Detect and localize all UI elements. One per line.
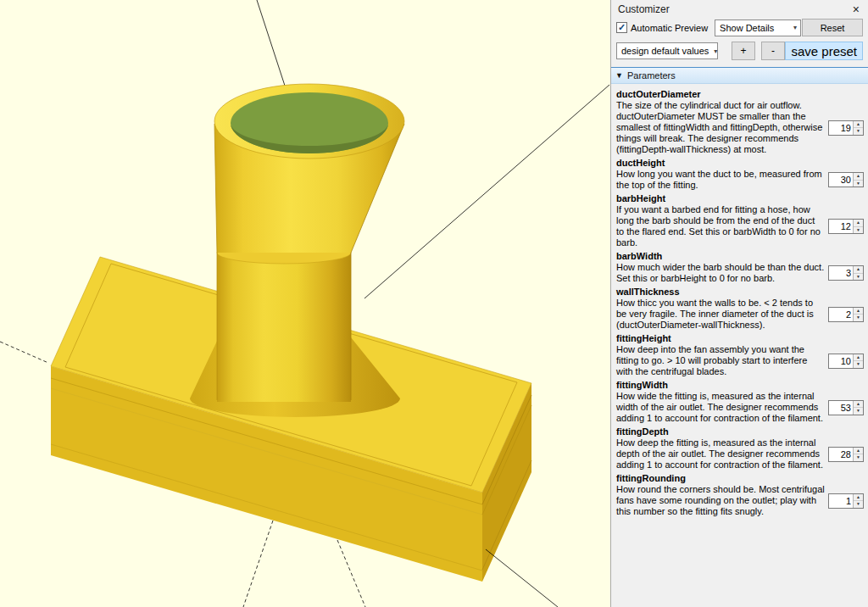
parameter-name: fittingWidth xyxy=(616,380,864,390)
close-icon[interactable]: × xyxy=(851,4,861,14)
parameter-name: ductOuterDiameter xyxy=(616,89,864,99)
spin-up-icon[interactable]: ▲ xyxy=(854,308,863,315)
parameter-spinbox[interactable]: ▲ ▼ xyxy=(828,219,864,234)
openscad-window: Customizer × ✓ Automatic Preview Show De… xyxy=(0,0,868,607)
parameter-value-input[interactable] xyxy=(829,401,853,415)
parameter-value-input[interactable] xyxy=(829,308,853,321)
spin-up-icon[interactable]: ▲ xyxy=(854,448,863,455)
spin-up-icon[interactable]: ▲ xyxy=(854,401,863,409)
toolbar-row-2: design default values ▾ + - save preset xyxy=(611,39,868,63)
parameter-spinbox[interactable]: ▲ ▼ xyxy=(828,265,864,281)
spin-up-icon[interactable]: ▲ xyxy=(854,220,863,227)
preset-dropdown[interactable]: design default values ▾ xyxy=(616,42,718,59)
spin-down-icon[interactable]: ▼ xyxy=(854,227,863,234)
collapse-triangle-icon: ▼ xyxy=(615,71,623,80)
parameter-row: wallThickness How thicc you want the wal… xyxy=(616,287,864,331)
parameter-row: fittingHeight How deep into the fan asse… xyxy=(616,333,864,377)
parameter-description: How deep into the fan assembly you want … xyxy=(616,344,825,377)
parameter-value-input[interactable] xyxy=(829,354,853,368)
parameter-row: barbWidth How much wider the barb should… xyxy=(616,251,864,284)
parameter-value-input[interactable] xyxy=(829,220,853,233)
parameter-list: ductOuterDiameter The size of the cylind… xyxy=(611,84,868,607)
parameter-name: ductHeight xyxy=(616,158,864,168)
automatic-preview-checkbox[interactable]: ✓ xyxy=(616,22,627,33)
chevron-down-icon: ▾ xyxy=(793,24,797,31)
parameter-spinbox[interactable]: ▲ ▼ xyxy=(828,400,864,415)
automatic-preview-label: Automatic Preview xyxy=(631,23,708,33)
add-preset-button[interactable]: + xyxy=(732,42,755,60)
remove-preset-button[interactable]: - xyxy=(761,42,785,60)
parameter-row: fittingWidth How wide the fitting is, me… xyxy=(616,380,864,424)
parameter-description: How long you want the duct to be, measur… xyxy=(616,169,825,191)
parameter-spinbox[interactable]: ▲ ▼ xyxy=(828,493,864,509)
parameter-name: barbHeight xyxy=(616,193,864,203)
parameter-value-input[interactable] xyxy=(829,173,853,187)
spin-down-icon[interactable]: ▼ xyxy=(854,408,863,415)
3d-model-canvas xyxy=(0,0,610,607)
chevron-down-icon: ▾ xyxy=(714,47,717,55)
parameter-description: If you want a barbed end for fitting a h… xyxy=(616,204,825,248)
parameter-value-input[interactable] xyxy=(829,266,853,280)
parameter-description: How thicc you want the walls to be. < 2 … xyxy=(616,298,825,331)
parameter-spinbox[interactable]: ▲ ▼ xyxy=(828,447,864,462)
reset-button[interactable]: Reset xyxy=(802,19,863,36)
parameter-description: How round the corners should be. Most ce… xyxy=(616,484,825,517)
customizer-panel: Customizer × ✓ Automatic Preview Show De… xyxy=(610,0,868,607)
toolbar-row-1: ✓ Automatic Preview Show Details ▾ Reset xyxy=(611,16,868,39)
parameter-row: barbHeight If you want a barbed end for … xyxy=(616,193,864,248)
parameters-section-header[interactable]: ▼ Parameters xyxy=(611,67,868,84)
spin-up-icon[interactable]: ▲ xyxy=(854,354,863,362)
parameter-row: fittingRounding How round the corners sh… xyxy=(616,473,864,517)
parameter-row: ductOuterDiameter The size of the cylind… xyxy=(616,89,864,155)
3d-viewport[interactable] xyxy=(0,0,610,607)
save-preset-button[interactable]: save preset xyxy=(785,42,863,60)
parameter-value-input[interactable] xyxy=(829,121,853,135)
spin-down-icon[interactable]: ▼ xyxy=(854,454,863,461)
duct-model xyxy=(190,84,404,417)
parameter-row: fittingDepth How deep the fitting is, me… xyxy=(616,426,864,471)
panel-title: Customizer xyxy=(618,3,670,15)
parameter-name: fittingHeight xyxy=(616,333,864,343)
parameter-spinbox[interactable]: ▲ ▼ xyxy=(828,120,864,136)
spin-down-icon[interactable]: ▼ xyxy=(854,181,863,187)
parameter-description: How deep the fitting is, measured as the… xyxy=(616,437,825,471)
parameter-name: fittingRounding xyxy=(616,473,864,483)
parameter-value-input[interactable] xyxy=(829,494,853,508)
parameter-description: How wide the fitting is, measured as the… xyxy=(616,391,825,424)
spin-down-icon[interactable]: ▼ xyxy=(854,128,863,135)
parameter-name: fittingDepth xyxy=(616,426,864,437)
spin-up-icon[interactable]: ▲ xyxy=(854,121,863,129)
spin-up-icon[interactable]: ▲ xyxy=(854,266,863,274)
parameter-spinbox[interactable]: ▲ ▼ xyxy=(828,172,864,187)
parameter-description: How much wider the barb should be than t… xyxy=(616,262,825,284)
parameter-spinbox[interactable]: ▲ ▼ xyxy=(828,307,864,322)
parameter-row: ductHeight How long you want the duct to… xyxy=(616,158,864,191)
customizer-titlebar: Customizer × xyxy=(611,0,868,16)
details-dropdown-value: Show Details xyxy=(720,23,774,33)
spin-up-icon[interactable]: ▲ xyxy=(854,494,863,502)
parameter-name: barbWidth xyxy=(616,251,864,261)
parameter-name: wallThickness xyxy=(616,287,864,297)
spin-down-icon[interactable]: ▼ xyxy=(854,315,863,321)
parameter-description: The size of the cylindrical duct for air… xyxy=(616,100,825,155)
preset-dropdown-value: design default values xyxy=(621,46,709,56)
spin-down-icon[interactable]: ▼ xyxy=(854,361,863,368)
parameters-header-label: Parameters xyxy=(627,70,676,81)
spin-down-icon[interactable]: ▼ xyxy=(854,501,863,508)
checkmark-icon: ✓ xyxy=(618,23,626,32)
details-dropdown[interactable]: Show Details ▾ xyxy=(715,19,801,36)
parameter-spinbox[interactable]: ▲ ▼ xyxy=(828,354,864,369)
parameter-value-input[interactable] xyxy=(829,448,853,461)
spin-up-icon[interactable]: ▲ xyxy=(854,173,863,181)
spin-down-icon[interactable]: ▼ xyxy=(854,274,863,281)
